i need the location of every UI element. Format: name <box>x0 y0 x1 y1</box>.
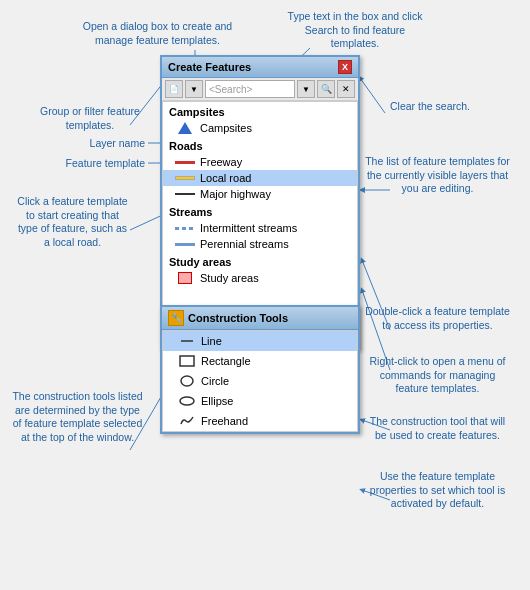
annotation-right-click: Right-click to open a menu of commands f… <box>365 355 510 396</box>
search-button[interactable]: 🔍 <box>317 80 335 98</box>
annotation-group-filter: Group or filter feature templates. <box>30 105 150 132</box>
study-area-rect <box>178 272 192 284</box>
layer-campsites: Campsites <box>163 102 357 120</box>
annotation-click-feature: Click a feature template to start creati… <box>15 195 130 250</box>
feature-label: Perennial streams <box>200 238 289 250</box>
perennial-line <box>175 243 195 246</box>
feature-intermittent-streams[interactable]: Intermittent streams <box>163 220 357 236</box>
panel-title: Create Features <box>168 61 251 73</box>
ellipse-icon <box>179 394 195 408</box>
freehand-icon <box>179 414 195 428</box>
feature-perennial-streams[interactable]: Perennial streams <box>163 236 357 252</box>
svg-point-16 <box>180 397 194 405</box>
layer-study-areas: Study areas <box>163 252 357 270</box>
major-highway-icon <box>175 188 195 200</box>
tool-freehand[interactable]: Freehand <box>163 411 357 431</box>
construction-tools-panel: 🔧 Construction Tools Line Rectangle <box>160 305 360 434</box>
annotation-type-text: Type text in the box and click Search to… <box>280 10 430 51</box>
feature-list: Campsites Campsites Roads Freeway Local … <box>162 101 358 331</box>
circle-icon <box>179 374 195 388</box>
feature-local-road[interactable]: Local road <box>163 170 357 186</box>
layer-streams: Streams <box>163 202 357 220</box>
annotation-feature-props: Use the feature template properties to s… <box>365 470 510 511</box>
tool-ellipse[interactable]: Ellipse <box>163 391 357 411</box>
annotation-layer-name: Layer name <box>55 137 145 151</box>
panel-header: Create Features X <box>162 57 358 78</box>
feature-label: Study areas <box>200 272 259 284</box>
intermittent-line <box>175 227 195 230</box>
annotation-construction-desc: The construction tools listed are determ… <box>10 390 145 445</box>
menu-dropdown-button[interactable]: ▼ <box>185 80 203 98</box>
line-icon <box>179 334 195 348</box>
annotation-clear-search: Clear the search. <box>370 100 490 114</box>
feature-label: Freeway <box>200 156 242 168</box>
annotation-feature-template: Feature template <box>30 157 145 171</box>
feature-label: Local road <box>200 172 251 184</box>
annotation-construction-tool: The construction tool that will be used … <box>365 415 510 442</box>
campsite-triangle <box>178 122 192 134</box>
search-box: <Search> <box>205 80 295 98</box>
svg-point-15 <box>181 376 193 386</box>
feature-study-areas[interactable]: Study areas <box>163 270 357 286</box>
study-area-icon <box>175 272 195 284</box>
construction-header-icon: 🔧 <box>168 310 184 326</box>
layer-roads: Roads <box>163 136 357 154</box>
perennial-icon <box>175 238 195 250</box>
feature-label: Major highway <box>200 188 271 200</box>
tool-label: Circle <box>201 375 229 387</box>
construction-header: 🔧 Construction Tools <box>162 307 358 330</box>
local-road-icon <box>175 172 195 184</box>
annotation-list-desc: The list of feature templates for the cu… <box>365 155 510 196</box>
feature-label: Campsites <box>200 122 252 134</box>
dropdown-arrow-button[interactable]: ▼ <box>297 80 315 98</box>
tool-label: Rectangle <box>201 355 251 367</box>
campsite-icon <box>175 122 195 134</box>
search-placeholder: <Search> <box>209 84 252 95</box>
major-highway-line <box>175 193 195 195</box>
construction-title: Construction Tools <box>188 312 288 324</box>
local-road-line <box>175 176 195 180</box>
panel-toolbar: 📄 ▼ <Search> ▼ 🔍 ✕ <box>162 78 358 101</box>
close-button[interactable]: X <box>338 60 352 74</box>
tool-line[interactable]: Line <box>163 331 357 351</box>
feature-label: Intermittent streams <box>200 222 297 234</box>
rectangle-icon <box>179 354 195 368</box>
annotation-open-dialog: Open a dialog box to create and manage f… <box>75 20 240 47</box>
tool-label: Freehand <box>201 415 248 427</box>
tool-label: Ellipse <box>201 395 233 407</box>
tool-circle[interactable]: Circle <box>163 371 357 391</box>
freeway-line <box>175 161 195 164</box>
tool-rectangle[interactable]: Rectangle <box>163 351 357 371</box>
construction-list: Line Rectangle Circle <box>162 330 358 432</box>
new-template-button[interactable]: 📄 <box>165 80 183 98</box>
intermittent-icon <box>175 222 195 234</box>
annotation-double-click: Double-click a feature template to acces… <box>365 305 510 332</box>
clear-search-button[interactable]: ✕ <box>337 80 355 98</box>
tool-label: Line <box>201 335 222 347</box>
svg-rect-14 <box>180 356 194 366</box>
feature-major-highway[interactable]: Major highway <box>163 186 357 202</box>
feature-freeway[interactable]: Freeway <box>163 154 357 170</box>
freeway-icon <box>175 156 195 168</box>
feature-campsites[interactable]: Campsites <box>163 120 357 136</box>
